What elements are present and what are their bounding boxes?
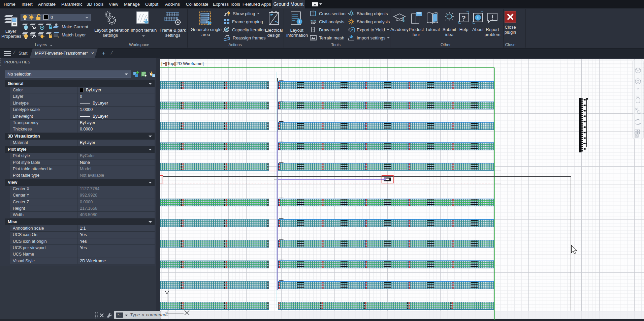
svg-text:i: i	[477, 15, 479, 20]
svg-text:0: 0	[51, 15, 53, 20]
svg-text:?: ?	[461, 14, 466, 22]
